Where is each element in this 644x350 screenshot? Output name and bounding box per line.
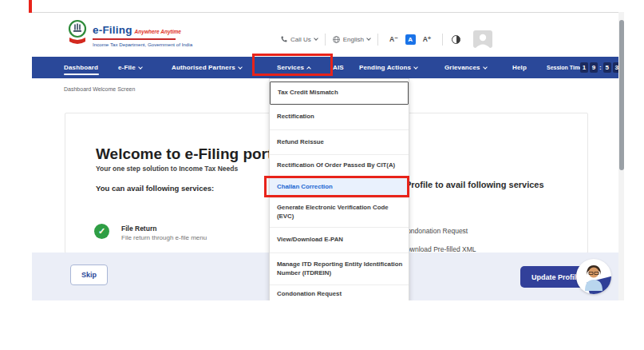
menu-item-refund-reissue[interactable]: Refund Reissue — [270, 130, 409, 155]
scrollbar-thumb[interactable] — [619, 20, 624, 170]
screenshot-canvas: e-FilingAnywhere Anytime Income Tax Depa… — [0, 0, 644, 350]
session-digit: 5 — [603, 62, 611, 73]
session-time-clock: 1 9 : 5 3 — [580, 62, 619, 73]
divider — [442, 34, 443, 46]
department-name: Income Tax Department, Government of Ind… — [93, 42, 192, 47]
chevron-up-icon — [306, 66, 311, 71]
chevron-down-icon — [413, 65, 418, 70]
divider — [325, 34, 326, 46]
divider — [377, 34, 378, 46]
globe-icon — [333, 36, 340, 43]
welcome-subtitle: Your one step solution to Income Tax Nee… — [96, 165, 238, 173]
brand-title: e-Filing — [93, 24, 132, 36]
session-time-label: Session Time — [547, 57, 583, 78]
assistant-avatar — [576, 259, 611, 294]
font-decrease-button[interactable]: A⁻ — [389, 35, 398, 43]
file-return-description: File return through e-file menu — [121, 234, 207, 241]
condonation-request-item: Condonation Request — [402, 227, 468, 235]
nav-authorised-partners[interactable]: Authorised Partners — [172, 57, 242, 78]
menu-item-generate-evc[interactable]: Generate Electronic Verification Code (E… — [270, 198, 409, 228]
breadcrumb: Dashboard Welcome Screen — [64, 86, 135, 92]
active-tab-underline — [64, 74, 99, 75]
nav-grievances[interactable]: Grievances — [444, 57, 487, 78]
brand-tagline: Anywhere Anytime — [135, 29, 181, 34]
main-navbar: Dashboard e-File Authorised Partners Ser… — [32, 57, 619, 78]
file-return-title: File Return — [121, 225, 156, 233]
language-label: English — [343, 36, 364, 43]
brand-block: e-FilingAnywhere Anytime Income Tax Depa… — [93, 22, 192, 47]
menu-item-view-download-epan[interactable]: View/Download E-PAN — [270, 228, 409, 253]
font-increase-button[interactable]: A⁺ — [423, 35, 432, 43]
nav-e-file[interactable]: e-File — [118, 57, 142, 78]
menu-item-rectification[interactable]: Rectification — [270, 105, 409, 130]
user-avatar[interactable] — [473, 30, 492, 48]
phone-icon — [281, 36, 287, 42]
chevron-down-icon — [138, 65, 143, 70]
nav-ais[interactable]: AIS — [333, 57, 344, 78]
nav-help[interactable]: Help — [512, 57, 527, 78]
contrast-toggle-icon[interactable] — [452, 35, 460, 44]
nav-pending-actions[interactable]: Pending Actions — [359, 57, 417, 78]
welcome-title: Welcome to e-Filing portal — [96, 145, 285, 163]
profile-services-heading: Profile to avail following services — [405, 180, 544, 189]
menu-item-manage-itdrein[interactable]: Manage ITD Reporting Entity Identificati… — [270, 253, 409, 285]
services-heading: You can avail following services: — [96, 184, 214, 193]
call-us-label: Call Us — [290, 36, 311, 43]
nav-services[interactable]: Services — [277, 57, 310, 78]
chevron-down-icon — [483, 65, 488, 70]
site-header: e-FilingAnywhere Anytime Income Tax Depa… — [32, 13, 619, 57]
scrollbar-track[interactable] — [618, 12, 624, 300]
menu-item-condonation-request[interactable]: Condonation Request — [270, 285, 409, 300]
services-dropdown-menu: Tax Credit Mismatch Rectification Refund… — [269, 78, 409, 300]
session-digit: 1 — [580, 62, 588, 73]
chevron-down-icon — [314, 36, 318, 41]
check-icon: ✓ — [94, 224, 109, 239]
menu-item-tax-credit-mismatch[interactable]: Tax Credit Mismatch — [270, 82, 409, 105]
call-us-menu[interactable]: Call Us — [281, 36, 318, 43]
browser-page: e-FilingAnywhere Anytime Income Tax Depa… — [32, 12, 619, 300]
brand-rule — [93, 38, 176, 40]
font-normal-button[interactable]: A — [405, 34, 416, 45]
menu-item-challan-correction[interactable]: Challan Correction — [270, 177, 409, 198]
session-digit: 9 — [590, 62, 598, 73]
language-menu[interactable]: English — [333, 36, 370, 43]
menu-item-rectification-of-order[interactable]: Rectification Of Order Passed By CIT(A) — [270, 155, 409, 177]
header-controls: Call Us English A⁻ A A⁺ — [281, 32, 492, 46]
session-colon: : — [599, 64, 602, 71]
govt-emblem-logo — [68, 19, 87, 51]
annotation-mark — [29, 0, 32, 13]
chevron-down-icon — [238, 65, 243, 70]
chevron-down-icon — [366, 36, 371, 41]
skip-button[interactable]: Skip — [70, 264, 108, 285]
